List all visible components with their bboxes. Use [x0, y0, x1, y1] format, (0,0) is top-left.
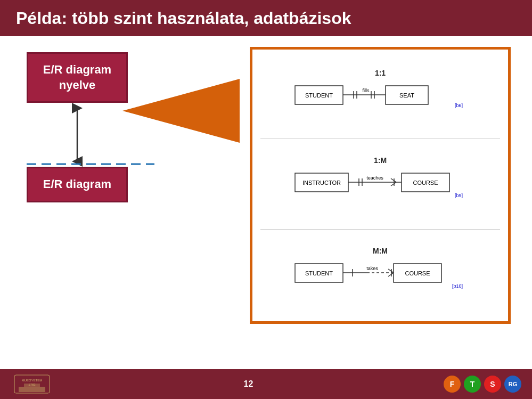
divider-1 — [260, 139, 500, 139]
icon-f: F — [444, 376, 461, 393]
ratio-m-m-label: M:M — [260, 247, 500, 255]
svg-text:COURSE: COURSE — [413, 180, 438, 186]
er-diagram-1-1: STUDENT fills SEAT [b6] — [290, 80, 471, 110]
er-language-line1: E/R diagram — [43, 63, 111, 76]
er-diagram-label: E/R diagram — [43, 177, 111, 191]
logo-svg: MŰEGYETEM 1782 — [13, 374, 51, 394]
ratio-1-1-label: 1:1 — [260, 69, 500, 77]
diagram-section-m-m: M:M STUDENT takes — [260, 247, 500, 292]
svg-text:fills: fills — [363, 88, 370, 93]
page-number: 12 — [244, 379, 253, 389]
svg-text:COURSE: COURSE — [405, 270, 430, 276]
er-language-line2: nyelve — [59, 78, 96, 92]
dashed-line-svg — [27, 159, 160, 169]
page-title: Példa: több szint használata, adatbáziso… — [16, 9, 351, 28]
er-diagram-box: E/R diagram — [27, 167, 128, 202]
main-content: E/R diagram nyelve E/R diagram — [0, 36, 532, 369]
svg-text:[b10]: [b10] — [452, 283, 463, 289]
icon-rg: RG — [504, 376, 521, 393]
er-diagram-m-m: STUDENT takes COURSE — [290, 258, 471, 290]
header-bar: Példa: több szint használata, adatbáziso… — [0, 0, 532, 36]
diagram-section-1-m: 1:M INSTRUCTOR teaches — [260, 156, 500, 202]
svg-text:MŰEGYETEM: MŰEGYETEM — [22, 379, 43, 382]
svg-line-32 — [388, 269, 394, 273]
svg-text:STUDENT: STUDENT — [305, 270, 333, 276]
svg-marker-2 — [122, 79, 240, 143]
diagram-section-1-1: 1:1 STUDENT fills SEAT — [260, 69, 500, 112]
svg-text:takes: takes — [366, 266, 378, 271]
svg-rect-41 — [19, 387, 45, 392]
double-arrow-svg — [64, 103, 91, 167]
panel-inner: 1:1 STUDENT fills SEAT — [260, 58, 500, 313]
ratio-1-m-label: 1:M — [260, 156, 500, 165]
svg-text:INSTRUCTOR: INSTRUCTOR — [302, 180, 341, 186]
left-panel: E/R diagram nyelve E/R diagram — [27, 52, 128, 202]
icon-t: T — [464, 376, 481, 393]
svg-text:STUDENT: STUDENT — [305, 92, 333, 99]
svg-rect-42 — [24, 384, 40, 387]
footer-bar: MŰEGYETEM 1782 12 F T S RG — [0, 369, 532, 399]
svg-text:[b9]: [b9] — [455, 193, 463, 198]
diagram-panel: 1:1 STUDENT fills SEAT — [250, 47, 511, 324]
svg-line-21 — [391, 182, 396, 186]
svg-text:[b6]: [b6] — [455, 103, 463, 108]
icon-s: S — [484, 376, 501, 393]
svg-text:SEAT: SEAT — [399, 92, 414, 99]
svg-text:teaches: teaches — [366, 175, 383, 181]
svg-line-33 — [388, 273, 394, 276]
svg-line-20 — [391, 178, 396, 182]
divider-2 — [260, 229, 500, 230]
er-language-box: E/R diagram nyelve — [27, 52, 128, 103]
orange-arrow-svg — [122, 79, 240, 143]
er-diagram-1-m: INSTRUCTOR teaches COURSE [ — [290, 168, 471, 200]
footer-icons: F T S RG — [444, 376, 521, 393]
university-logo: MŰEGYETEM 1782 — [11, 373, 53, 395]
